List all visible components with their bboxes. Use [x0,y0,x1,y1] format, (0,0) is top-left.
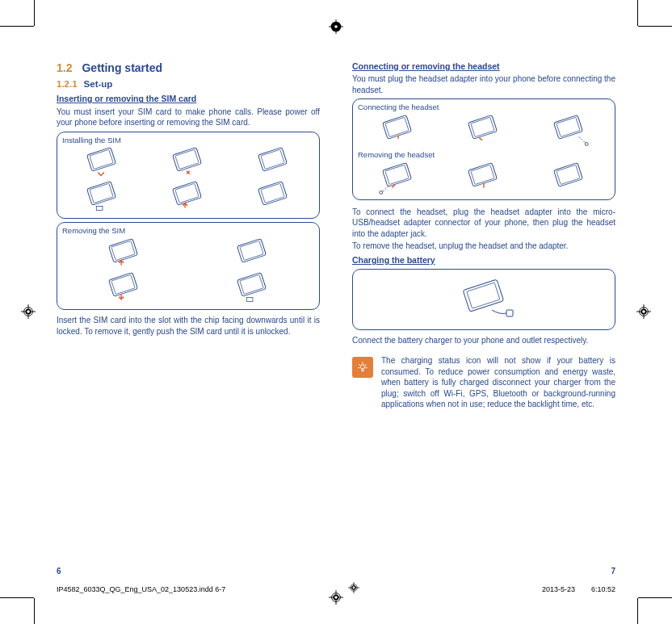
crop-mark [637,598,638,624]
phone-illustration-icon [460,162,507,195]
crop-mark [0,26,34,27]
registration-mark-icon [329,19,343,34]
phone-illustration-icon [79,147,126,179]
heading-headset: Connecting or removing the headset [352,61,615,72]
svg-rect-45 [237,273,266,297]
svg-rect-60 [554,162,583,186]
svg-line-68 [366,365,367,366]
footer-date: 2013-5-23 [542,585,575,593]
phone-illustration-icon [250,147,297,179]
phone-illustration-icon [546,162,593,195]
svg-rect-35 [173,182,202,206]
svg-rect-52 [554,115,583,139]
phone-illustration-icon [250,181,297,213]
lightbulb-icon [352,357,373,378]
svg-rect-30 [258,148,288,172]
svg-rect-62 [463,279,503,312]
svg-point-5 [334,25,338,28]
phone-illustration-icon [101,238,148,270]
sim-footer-text: Insert the SIM card into the slot with t… [57,315,320,337]
crop-mark [0,597,34,598]
figure-label: Removing the headset [358,150,610,161]
svg-rect-41 [237,239,266,263]
phone-illustration-icon [375,162,422,195]
svg-point-65 [360,365,364,369]
figure-install-sim: Installing the SIM [57,132,320,220]
section-number: 1.2 [57,61,72,74]
crop-mark [638,26,672,27]
page-number-left: 6 [57,567,61,576]
print-footer: IP4582_6033Q_QG_Eng_USA_02_130523.indd 6… [57,585,615,593]
figure-headset: Connecting the headset Removing the head… [352,98,615,200]
phone-illustration-icon [452,279,516,320]
phone-illustration-icon [101,272,148,304]
charging-footer-text: Connect the battery charger to your phon… [352,335,615,346]
phone-illustration-icon [460,115,507,147]
headset-mid-text-2: To remove the headset, unplug the headse… [352,241,615,252]
subsection-title: Set-up [84,79,113,89]
svg-rect-58 [468,162,498,186]
footer-time: 6:10:52 [591,585,615,593]
svg-rect-26 [87,148,116,172]
tip-callout: The charging status icon will not show i… [352,355,615,410]
phone-illustration-icon [79,181,126,213]
subsection-number: 1.2.1 [57,79,78,89]
registration-mark-icon [21,304,36,319]
figure-label: Connecting the headset [358,103,610,113]
svg-rect-34 [96,207,103,211]
tip-text: The charging status icon will not show i… [381,355,615,410]
svg-rect-47 [246,298,253,302]
left-column: 1.2Getting started 1.2.1Set-up Inserting… [57,61,320,535]
svg-rect-37 [258,182,288,206]
headset-intro-text: You must plug the headset adapter into y… [352,73,615,95]
heading-charging: Charging the battery [352,254,615,266]
phone-illustration-icon [229,272,276,304]
phone-illustration-icon [165,181,212,213]
svg-rect-48 [383,115,412,139]
figure-remove-sim: Removing the SIM [57,222,320,310]
figure-label: Installing the SIM [62,136,314,146]
svg-rect-55 [383,162,412,186]
sim-intro-text: You must insert your SIM card to make ph… [57,107,320,128]
svg-point-54 [585,142,588,145]
right-column: Connecting or removing the headset You m… [352,61,615,535]
phone-illustration-icon [165,147,212,179]
svg-rect-32 [87,182,116,206]
svg-rect-64 [506,310,513,316]
subsection-heading: 1.2.1Set-up [57,78,320,91]
footer-filename: IP4582_6033Q_QG_Eng_USA_02_130523.indd 6… [57,585,225,593]
svg-rect-39 [108,239,137,263]
phone-illustration-icon [229,238,276,270]
page-spread: 1.2Getting started 1.2.1Set-up Inserting… [57,61,615,535]
crop-mark [637,0,638,26]
crop-mark [34,0,35,26]
heading-sim: Inserting or removing the SIM card [57,93,320,104]
section-title: Getting started [82,61,162,74]
svg-line-67 [359,365,359,366]
crop-mark [638,597,672,598]
page-number-right: 7 [611,567,615,576]
figure-charging [352,269,615,330]
registration-mark-icon [636,304,651,319]
figure-label: Removing the SIM [62,226,314,237]
phone-illustration-icon [375,115,422,147]
svg-rect-28 [173,148,202,172]
svg-point-10 [334,596,338,599]
section-heading: 1.2Getting started [57,61,320,76]
svg-point-20 [642,310,645,313]
headset-mid-text-1: To connect the headset, plug the headset… [352,207,615,240]
svg-rect-43 [108,273,137,297]
svg-point-15 [27,310,30,313]
svg-point-57 [380,191,383,194]
svg-rect-50 [468,115,498,139]
phone-illustration-icon [546,115,593,147]
crop-mark [34,598,35,624]
